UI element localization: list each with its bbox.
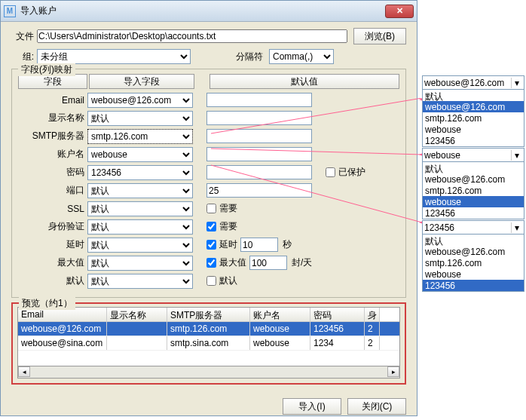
port-select[interactable]: 默认 bbox=[87, 183, 193, 198]
auth-label: 身份验证 bbox=[18, 220, 87, 233]
window-title: 导入账户 bbox=[20, 5, 385, 17]
email-default[interactable] bbox=[206, 93, 312, 107]
auth-select[interactable]: 默认 bbox=[87, 219, 193, 235]
disp-select[interactable]: 默认 bbox=[87, 111, 193, 126]
list-item[interactable]: webouse@126.com bbox=[423, 173, 524, 185]
list-item[interactable]: 123456 bbox=[423, 280, 524, 291]
list-item[interactable]: webouse@126.com bbox=[423, 101, 524, 112]
import-button[interactable]: 导入(I) bbox=[283, 398, 341, 415]
pwd-protected-label: 已保护 bbox=[338, 166, 365, 179]
list-item[interactable]: smtp.126.com bbox=[423, 257, 524, 268]
port-default[interactable] bbox=[206, 183, 312, 198]
max-unit: 封/天 bbox=[292, 256, 312, 269]
delay-check-label: 延时 bbox=[219, 238, 237, 251]
import-dialog: M 导入账户 ✕ 文件 浏览(B) 组: 未分组 分隔符 Comma(,) 字段… bbox=[0, 0, 417, 416]
pwd-default[interactable] bbox=[206, 165, 312, 179]
preview-table: Email 显示名称 SMTP服务器 账户名 密码 身 webouse@126.… bbox=[17, 307, 400, 366]
pwd-protected-check[interactable] bbox=[326, 167, 335, 177]
max-num[interactable] bbox=[249, 256, 287, 270]
list-item[interactable]: webouse bbox=[423, 268, 524, 280]
delim-label: 分隔符 bbox=[236, 51, 266, 63]
col-extra[interactable]: 身 bbox=[365, 308, 380, 321]
close-button[interactable]: 关闭(C) bbox=[347, 398, 406, 415]
list-item[interactable]: smtp.126.com bbox=[423, 185, 524, 196]
max-select[interactable]: 默认 bbox=[87, 256, 193, 271]
pwd-select[interactable]: 123456 bbox=[87, 165, 193, 180]
list-item[interactable]: 默认 bbox=[423, 90, 524, 101]
col-user[interactable]: 账户名 bbox=[250, 308, 310, 321]
smtp-select[interactable]: smtp.126.com bbox=[87, 129, 193, 144]
pwd-label: 密码 bbox=[18, 166, 87, 179]
mapping-legend: 字段(列)映射 bbox=[18, 63, 75, 76]
email-select[interactable]: webouse@126.com bbox=[87, 93, 193, 108]
col-smtp[interactable]: SMTP服务器 bbox=[167, 308, 250, 321]
hdr-field: 字段 bbox=[18, 74, 87, 89]
delay-unit: 秒 bbox=[283, 238, 292, 251]
list-item[interactable]: 123456 bbox=[423, 207, 524, 219]
scroll-right-icon[interactable]: ▸ bbox=[387, 366, 399, 377]
group-label: 组: bbox=[11, 51, 37, 63]
list-item[interactable]: 123456 bbox=[423, 135, 524, 146]
list-item[interactable]: smtp.126.com bbox=[423, 112, 524, 124]
table-row[interactable]: webouse@sina.com smtp.sina.com webouse 1… bbox=[18, 336, 399, 351]
def-check-label: 默认 bbox=[219, 274, 237, 287]
file-input[interactable] bbox=[37, 29, 347, 43]
col-pwd[interactable]: 密码 bbox=[310, 308, 365, 321]
ssl-label: SSL bbox=[18, 204, 87, 214]
delim-select[interactable]: Comma(,) bbox=[269, 49, 334, 64]
dropdown-pwd-sample[interactable]: 123456▾ 默认 webouse@126.com smtp.126.com … bbox=[422, 220, 524, 292]
max-check-label: 最大值 bbox=[219, 256, 246, 269]
port-label: 端口 bbox=[18, 184, 87, 197]
mapping-fieldset: 字段(列)映射 字段 导入字段 默认值 Emailwebouse@126.com… bbox=[11, 69, 406, 298]
email-label: Email bbox=[18, 95, 87, 106]
max-label: 最大值 bbox=[18, 256, 87, 269]
def-label: 默认 bbox=[18, 274, 87, 287]
chevron-down-icon[interactable]: ▾ bbox=[511, 150, 522, 161]
max-check[interactable] bbox=[206, 258, 216, 268]
list-item[interactable]: 默认 bbox=[423, 235, 524, 246]
auth-check-label: 需要 bbox=[219, 220, 237, 233]
def-check[interactable] bbox=[206, 276, 216, 286]
dropdown-user-sample[interactable]: webouse▾ 默认 webouse@126.com smtp.126.com… bbox=[422, 148, 524, 219]
dropdown-smtp-sample[interactable]: webouse@126.com▾ 默认 webouse@126.com smtp… bbox=[422, 75, 524, 147]
hdr-default: 默认值 bbox=[209, 74, 399, 89]
list-item[interactable]: webouse bbox=[423, 124, 524, 135]
list-item[interactable]: webouse@126.com bbox=[423, 246, 524, 257]
delay-select[interactable]: 默认 bbox=[87, 238, 193, 253]
preview-legend: 预览（约1） bbox=[19, 297, 75, 310]
hdr-import: 导入字段 bbox=[89, 74, 194, 89]
chevron-down-icon[interactable]: ▾ bbox=[511, 78, 522, 88]
auth-check[interactable] bbox=[206, 222, 216, 231]
table-row[interactable]: webouse@126.com smtp.126.com webouse 123… bbox=[18, 322, 399, 336]
user-select[interactable]: webouse bbox=[87, 147, 193, 162]
preview-box: 预览（约1） Email 显示名称 SMTP服务器 账户名 密码 身 webou… bbox=[11, 302, 406, 385]
scrollbar-horizontal[interactable]: ◂ ▸ bbox=[17, 366, 400, 379]
ssl-select[interactable]: 默认 bbox=[87, 201, 193, 216]
disp-label: 显示名称 bbox=[18, 112, 87, 124]
smtp-label: SMTP服务器 bbox=[18, 130, 87, 143]
app-icon: M bbox=[4, 5, 16, 17]
list-item[interactable]: 默认 bbox=[423, 162, 524, 173]
ssl-check[interactable] bbox=[206, 204, 216, 213]
delay-check[interactable] bbox=[206, 240, 216, 250]
scroll-left-icon[interactable]: ◂ bbox=[18, 366, 30, 377]
ssl-check-label: 需要 bbox=[219, 202, 237, 215]
file-label: 文件 bbox=[11, 30, 37, 43]
titlebar: M 导入账户 ✕ bbox=[1, 1, 417, 22]
close-icon[interactable]: ✕ bbox=[385, 5, 414, 18]
list-item[interactable]: webouse bbox=[423, 196, 524, 207]
def-select[interactable]: 默认 bbox=[87, 274, 193, 289]
col-disp[interactable]: 显示名称 bbox=[107, 308, 167, 321]
delay-label: 延时 bbox=[18, 238, 87, 251]
smtp-default[interactable] bbox=[206, 129, 312, 143]
chevron-down-icon[interactable]: ▾ bbox=[511, 222, 522, 233]
browse-button[interactable]: 浏览(B) bbox=[353, 28, 406, 44]
group-select[interactable]: 未分组 bbox=[37, 49, 191, 64]
user-default[interactable] bbox=[206, 147, 312, 161]
disp-default[interactable] bbox=[206, 111, 312, 125]
user-label: 账户名 bbox=[18, 148, 87, 161]
delay-num[interactable] bbox=[240, 238, 278, 252]
